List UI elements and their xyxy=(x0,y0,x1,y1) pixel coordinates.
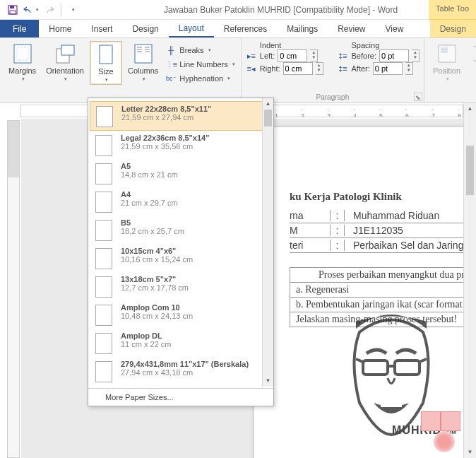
indent-right-row: ≡◂ Right: ▲▼ xyxy=(246,62,323,75)
tab-home[interactable]: Home xyxy=(39,20,81,37)
page-icon xyxy=(95,361,112,382)
scroll-down-icon[interactable]: ▼ xyxy=(464,447,476,458)
page-icon xyxy=(95,276,112,298)
tab-review[interactable]: Review xyxy=(328,20,375,37)
spacing-before-row: ‡≡ Before: ▲▼ xyxy=(338,49,420,62)
svg-rect-1 xyxy=(10,6,14,8)
vertical-scrollbar[interactable]: ▲ ▼ xyxy=(463,103,476,458)
decor-square xyxy=(441,411,460,431)
spacing-after-icon: ‡≡ xyxy=(338,63,349,74)
svg-rect-21 xyxy=(395,360,420,375)
size-option[interactable]: Legal 22x36cm 8,5"x14"21,59 cm x 35,56 c… xyxy=(90,131,272,159)
spacing-label: Spacing xyxy=(338,41,420,49)
size-option[interactable]: 10x15cm 4"x6"10,16 cm x 15,24 cm xyxy=(90,244,272,272)
indent-left-row: ▸≡ Left: ▲▼ xyxy=(246,49,323,62)
paragraph-dialog-launcher[interactable]: ⬊ xyxy=(414,93,422,101)
svg-rect-2 xyxy=(10,11,16,14)
page-icon xyxy=(95,305,112,326)
size-option[interactable]: B518,2 cm x 25,7 cm xyxy=(90,216,272,244)
window-title: Jawaban Buker Patoklin MUHRID [Compatibi… xyxy=(85,5,476,15)
svg-line-23 xyxy=(356,359,363,362)
size-icon xyxy=(95,43,117,66)
svg-rect-7 xyxy=(100,45,112,64)
line-numbers-icon: ⋮≡ xyxy=(165,59,177,70)
spinner[interactable]: ▲▼ xyxy=(412,49,420,62)
hyphenation-icon: bc⁻ xyxy=(165,73,177,84)
page-icon xyxy=(95,135,112,156)
undo-icon[interactable]: ▾ xyxy=(23,1,40,18)
spinner[interactable]: ▲▼ xyxy=(310,49,318,62)
line-numbers-button[interactable]: ⋮≡Line Numbers▾ xyxy=(164,58,236,71)
spacing-after-input[interactable] xyxy=(373,62,403,75)
spacing-before-input[interactable] xyxy=(379,49,409,62)
ribbon: Margins▾ Orientation▾ Size▾ Columns▾ ╫Br… xyxy=(0,38,476,103)
tab-design[interactable]: Design xyxy=(122,20,168,37)
size-dropdown: Letter 22x28cm 8,5"x11"21,59 cm x 27,94 … xyxy=(88,98,274,406)
decor-square xyxy=(421,411,441,431)
table-tools-label: Table Too xyxy=(429,0,476,20)
info-row: teri:Perbaikan Sel dan Jaringan xyxy=(290,238,476,253)
indent-left-input[interactable] xyxy=(278,49,307,62)
orientation-button[interactable]: Orientation▾ xyxy=(42,41,88,83)
position-button[interactable]: Position▾ xyxy=(429,41,465,101)
dropdown-scrollbar[interactable]: ▲▼ xyxy=(262,98,273,387)
size-option[interactable]: Amplop DL11 cm x 22 cm xyxy=(90,329,272,357)
page-icon xyxy=(95,192,112,213)
save-icon[interactable] xyxy=(4,1,21,18)
tab-mailings[interactable]: Mailings xyxy=(277,20,328,37)
columns-icon xyxy=(132,42,155,65)
margins-button[interactable]: Margins▾ xyxy=(4,41,40,83)
size-option[interactable]: Amplop Com 1010,48 cm x 24,13 cm xyxy=(90,300,272,329)
tab-references[interactable]: References xyxy=(214,20,277,37)
tab-layout[interactable]: Layout xyxy=(169,20,214,37)
spinner[interactable]: ▲▼ xyxy=(316,62,323,75)
size-option[interactable]: Letter 22x28cm 8,5"x11"21,59 cm x 27,94 … xyxy=(90,101,272,131)
size-option[interactable]: 13x18cm 5"x7"12,7 cm x 17,78 cm xyxy=(90,272,272,300)
tab-insert[interactable]: Insert xyxy=(81,20,122,37)
spacing-before-icon: ‡≡ xyxy=(338,50,349,61)
page-icon xyxy=(95,220,112,241)
doc-heading: ku Kerja Patologi Klinik xyxy=(290,191,476,203)
position-icon xyxy=(436,42,458,65)
indent-right-input[interactable] xyxy=(283,62,313,75)
scroll-up-icon[interactable]: ▲ xyxy=(464,103,476,114)
page-icon xyxy=(95,163,112,184)
body-row: Proses perbaikan menyangkut dua proses y xyxy=(290,267,476,283)
indent-label: Indent xyxy=(246,41,323,49)
spinner[interactable]: ▲▼ xyxy=(405,62,413,75)
ribbon-tabs: File Home Insert Design Layout Reference… xyxy=(0,20,476,38)
decor-dot xyxy=(434,431,455,452)
scroll-thumb[interactable] xyxy=(466,146,474,195)
body-row: b. Pembentukan jaringan ikat (scar forma… xyxy=(290,298,476,312)
size-option[interactable]: A421 cm x 29,7 cm xyxy=(90,187,272,216)
page-icon xyxy=(95,333,112,354)
spacing-after-row: ‡≡ After: ▲▼ xyxy=(338,62,420,75)
breaks-icon: ╫ xyxy=(165,45,177,56)
margins-icon xyxy=(11,42,34,65)
info-row: ma:Muhammad Riduan xyxy=(290,209,476,223)
redo-icon[interactable] xyxy=(41,1,58,18)
tab-file[interactable]: File xyxy=(0,20,39,37)
indent-left-icon: ▸≡ xyxy=(246,50,257,61)
wrap-icon xyxy=(470,42,476,65)
vertical-ruler[interactable] xyxy=(7,120,20,458)
svg-line-24 xyxy=(420,359,427,362)
info-row: M:J1E112035 xyxy=(290,223,476,238)
svg-rect-25 xyxy=(381,401,402,407)
columns-button[interactable]: Columns▾ xyxy=(124,41,162,83)
size-option[interactable]: 279,4x431,8mm 11"x17" (Berskala)27,94 cm… xyxy=(90,357,272,385)
more-paper-sizes[interactable]: More Paper Sizes... xyxy=(88,388,273,406)
body-row: a. Regenerasi xyxy=(290,283,476,298)
hyphenation-button[interactable]: bc⁻Hyphenation▾ xyxy=(164,72,236,85)
tab-table-design[interactable]: Design xyxy=(430,20,476,37)
orientation-icon xyxy=(54,42,76,65)
size-option[interactable]: A514,8 cm x 21 cm xyxy=(90,159,272,187)
tab-view[interactable]: View xyxy=(376,20,414,37)
svg-rect-16 xyxy=(441,47,448,53)
page-icon xyxy=(96,106,113,127)
breaks-button[interactable]: ╫Breaks▾ xyxy=(164,44,236,57)
qat-customize-icon[interactable]: ▾ xyxy=(64,1,81,18)
wrap-text-button[interactable]: Wr Te xyxy=(466,41,476,101)
page-icon xyxy=(95,248,112,269)
size-button[interactable]: Size▾ xyxy=(90,41,122,85)
